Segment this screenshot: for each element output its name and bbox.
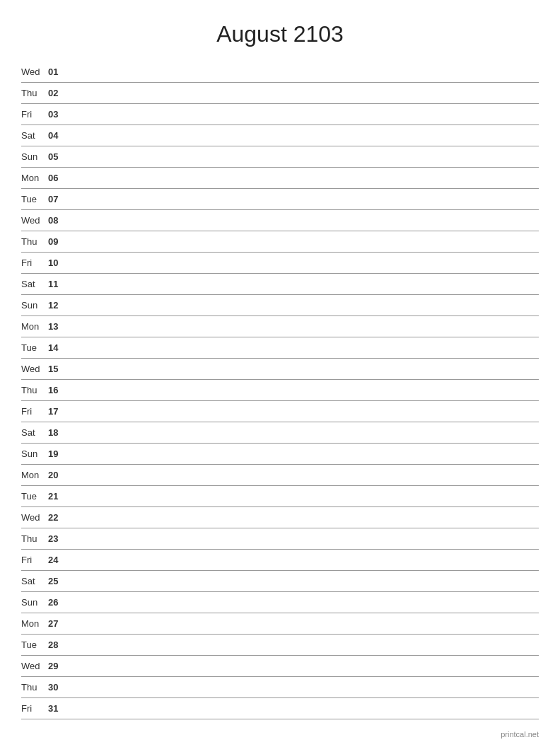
day-line — [68, 411, 539, 412]
day-line — [68, 262, 539, 263]
day-number: 19 — [48, 448, 68, 459]
day-name: Wed — [21, 364, 48, 374]
day-line — [68, 156, 539, 157]
day-name: Fri — [21, 555, 48, 565]
day-number: 04 — [48, 130, 68, 141]
day-row: Wed15 — [21, 359, 539, 380]
day-line — [68, 453, 539, 454]
day-line — [68, 347, 539, 348]
day-line — [68, 432, 539, 433]
day-row: Thu02 — [21, 83, 539, 104]
day-number: 09 — [48, 236, 68, 247]
day-line — [68, 93, 539, 93]
day-name: Fri — [21, 109, 48, 120]
day-row: Tue14 — [21, 337, 539, 359]
day-name: Wed — [21, 661, 48, 671]
day-number: 08 — [48, 215, 68, 226]
day-number: 15 — [48, 364, 68, 374]
day-row: Fri17 — [21, 401, 539, 422]
day-name: Sat — [21, 130, 48, 141]
day-row: Wed01 — [21, 62, 539, 83]
day-number: 13 — [48, 321, 68, 332]
day-row: Mon27 — [21, 613, 539, 635]
day-name: Thu — [21, 533, 48, 544]
day-name: Sun — [21, 448, 48, 459]
day-row: Wed29 — [21, 656, 539, 677]
day-name: Wed — [21, 66, 48, 77]
day-number: 21 — [48, 491, 68, 502]
day-row: Tue28 — [21, 635, 539, 656]
day-line — [68, 581, 539, 581]
day-row: Tue21 — [21, 486, 539, 507]
day-name: Sun — [21, 300, 48, 311]
day-row: Sun12 — [21, 295, 539, 316]
day-number: 28 — [48, 639, 68, 650]
day-line — [68, 623, 539, 624]
day-number: 27 — [48, 618, 68, 629]
day-number: 16 — [48, 385, 68, 395]
day-row: Sun19 — [21, 444, 539, 465]
day-row: Tue07 — [21, 189, 539, 210]
day-number: 29 — [48, 661, 68, 671]
day-row: Fri31 — [21, 698, 539, 719]
day-row: Wed22 — [21, 507, 539, 528]
day-row: Sat04 — [21, 125, 539, 146]
day-name: Fri — [21, 257, 48, 268]
day-name: Tue — [21, 491, 48, 502]
day-name: Thu — [21, 88, 48, 98]
day-name: Thu — [21, 385, 48, 395]
day-name: Mon — [21, 618, 48, 629]
day-number: 31 — [48, 703, 68, 714]
day-name: Tue — [21, 342, 48, 353]
day-line — [68, 666, 539, 666]
page-title: August 2103 — [21, 21, 539, 47]
day-name: Mon — [21, 470, 48, 480]
day-row: Thu16 — [21, 380, 539, 401]
day-name: Sat — [21, 279, 48, 289]
day-number: 26 — [48, 597, 68, 608]
day-line — [68, 241, 539, 242]
day-name: Thu — [21, 236, 48, 247]
day-name: Wed — [21, 512, 48, 523]
day-row: Mon20 — [21, 465, 539, 486]
day-row: Thu23 — [21, 528, 539, 550]
day-name: Thu — [21, 682, 48, 693]
day-number: 17 — [48, 406, 68, 417]
footer-text: printcal.net — [21, 730, 539, 739]
calendar-grid: Wed01Thu02Fri03Sat04Sun05Mon06Tue07Wed08… — [21, 62, 539, 719]
day-number: 10 — [48, 257, 68, 268]
day-number: 30 — [48, 682, 68, 693]
day-line — [68, 390, 539, 390]
day-number: 14 — [48, 342, 68, 353]
day-number: 06 — [48, 173, 68, 183]
day-row: Sun05 — [21, 146, 539, 168]
day-line — [68, 178, 539, 178]
day-number: 25 — [48, 576, 68, 586]
day-name: Sat — [21, 576, 48, 586]
day-line — [68, 687, 539, 688]
day-number: 20 — [48, 470, 68, 480]
day-line — [68, 496, 539, 497]
day-name: Sun — [21, 151, 48, 162]
day-line — [68, 602, 539, 603]
day-number: 02 — [48, 88, 68, 98]
day-row: Sat18 — [21, 422, 539, 444]
day-line — [68, 475, 539, 475]
day-name: Mon — [21, 173, 48, 183]
day-number: 23 — [48, 533, 68, 544]
day-number: 05 — [48, 151, 68, 162]
day-name: Tue — [21, 194, 48, 204]
day-line — [68, 369, 539, 369]
day-name: Wed — [21, 215, 48, 226]
day-line — [68, 326, 539, 327]
day-row: Thu30 — [21, 677, 539, 698]
day-line — [68, 114, 539, 115]
day-row: Sat25 — [21, 571, 539, 592]
day-row: Wed08 — [21, 210, 539, 231]
day-row: Thu09 — [21, 231, 539, 253]
day-row: Fri24 — [21, 550, 539, 571]
day-number: 12 — [48, 300, 68, 311]
day-number: 11 — [48, 279, 68, 289]
day-line — [68, 71, 539, 72]
day-number: 24 — [48, 555, 68, 565]
